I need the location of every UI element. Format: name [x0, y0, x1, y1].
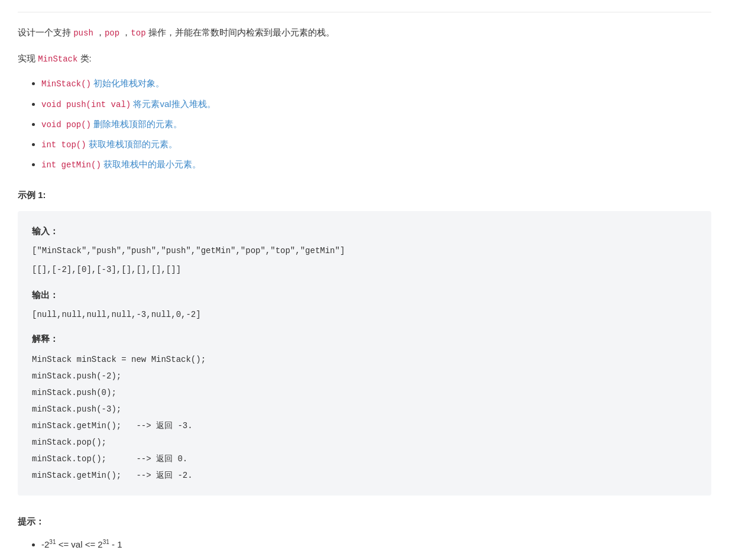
output-value: [null,null,null,null,-3,null,0,-2] [32, 307, 697, 322]
method-code-1: MinStack() [41, 79, 91, 89]
method-code-4: int top() [41, 140, 86, 150]
input-label: 输入： [32, 223, 697, 239]
problem-description: 设计一个支持 push ，pop ，top 操作，并能在常数时间内检索到最小元素… [18, 24, 711, 41]
method-item-5: int getMin() 获取堆栈中的最小元素。 [41, 156, 711, 173]
desc-text-3: ， [119, 27, 131, 37]
top-border [18, 12, 711, 12]
explain-line-5: minStack.getMin(); --> 返回 -3. [32, 417, 697, 434]
keyword-top: top [131, 28, 145, 38]
explain-code-block: MinStack minStack = new MinStack(); minS… [32, 351, 697, 484]
method-desc-2: 将元素val推入堆栈。 [133, 99, 215, 109]
method-code-2: void push(int val) [41, 100, 131, 109]
explain-line-8: minStack.getMin(); --> 返回 -2. [32, 467, 697, 484]
desc-text-1: 设计一个支持 [18, 27, 73, 37]
input-line2: [[],[-2],[0],[-3],[],[],[],[]] [32, 263, 697, 277]
explain-section: 解释： MinStack minStack = new MinStack(); … [32, 331, 697, 484]
keyword-push: push [73, 28, 93, 38]
tip-text-1: -231 <= val <= 231 - 1 [41, 539, 122, 549]
implement-class: MinStack [38, 54, 77, 64]
tips-list: -231 <= val <= 231 - 1 pop 、 top 和 getMi… [18, 536, 711, 560]
desc-text-4: 操作，并能在常数时间内检索到最小元素的栈。 [146, 27, 335, 37]
method-desc-3: 删除堆栈顶部的元素。 [93, 119, 182, 129]
input-line1: ["MinStack","push","push","push","getMin… [32, 244, 697, 258]
method-item-1: MinStack() 初始化堆栈对象。 [41, 75, 711, 92]
desc-text-2: ， [93, 27, 105, 37]
explain-label: 解释： [32, 331, 697, 347]
tips-title: 提示： [18, 513, 711, 529]
explain-line-2: minStack.push(-2); [32, 368, 697, 384]
methods-list: MinStack() 初始化堆栈对象。 void push(int val) 将… [18, 75, 711, 173]
explain-line-4: minStack.push(-3); [32, 401, 697, 417]
example-title: 示例 1: [18, 187, 711, 203]
keyword-pop: pop [105, 28, 119, 38]
method-desc-5: 获取堆栈中的最小元素。 [103, 159, 201, 169]
method-code-5: int getMin() [41, 160, 101, 170]
explain-line-7: minStack.top(); --> 返回 0. [32, 451, 697, 467]
example-box: 输入： ["MinStack","push","push","push","ge… [18, 211, 711, 496]
implement-line: 实现 MinStack 类: [18, 50, 711, 67]
method-item-3: void pop() 删除堆栈顶部的元素。 [41, 116, 711, 132]
implement-label: 实现 [18, 53, 38, 63]
output-label: 输出： [32, 287, 697, 303]
method-code-3: void pop() [41, 120, 91, 130]
explain-line-3: minStack.push(0); [32, 384, 697, 401]
explain-line-6: minStack.pop(); [32, 434, 697, 451]
method-desc-1: 初始化堆栈对象。 [93, 78, 164, 88]
explain-line-1: MinStack minStack = new MinStack(); [32, 351, 697, 368]
method-item-2: void push(int val) 将元素val推入堆栈。 [41, 96, 711, 112]
method-item-4: int top() 获取堆栈顶部的元素。 [41, 136, 711, 153]
method-desc-4: 获取堆栈顶部的元素。 [89, 139, 177, 149]
implement-label-end: 类: [77, 53, 91, 63]
tip-item-2: pop 、 top 和 getMin 操作总是在 非空栈 上调用 [41, 557, 711, 560]
tip-item-1: -231 <= val <= 231 - 1 [41, 536, 711, 552]
